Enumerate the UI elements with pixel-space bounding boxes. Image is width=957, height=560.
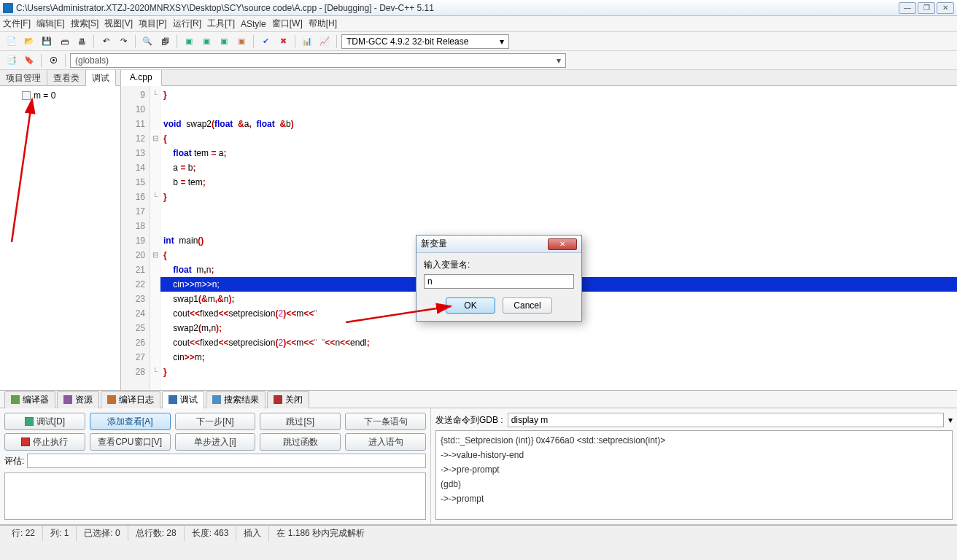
sidebar-tabs: 项目管理查看类调试: [0, 70, 120, 86]
stop-icon[interactable]: ✖: [276, 34, 290, 49]
sidebar-tab[interactable]: 项目管理: [0, 70, 47, 85]
menu-item[interactable]: 搜索[S]: [71, 18, 99, 30]
dialog-title: 新变量: [421, 238, 548, 250]
dialog-cancel-button[interactable]: Cancel: [503, 298, 552, 314]
profile-icon[interactable]: 📊: [300, 34, 314, 49]
compiler-selector[interactable]: TDM-GCC 4.9.2 32-bit Release▾: [341, 34, 509, 49]
debug-button[interactable]: 下一步[N]: [175, 413, 256, 430]
svg-line-0: [12, 99, 32, 242]
window-title: C:\Users\Administrator.XTZJ-2020MNRXSY\D…: [16, 3, 899, 13]
watch-panel: m = 0: [0, 86, 120, 390]
watch-item[interactable]: m = 0: [4, 89, 116, 102]
output-tabs: 编译器资源编译日志调试搜索结果关闭: [0, 391, 957, 408]
main-toolbar: 📄 📂 💾 🗃 🖶 ↶ ↷ 🔍 🗐 ▣ ▣ ▣ ▣ ✔ ✖ 📊 📈 TDM-GC…: [0, 32, 957, 51]
status-bar: 行: 22 列: 1 已选择: 0 总行数: 28 长度: 463 插入 在 1…: [0, 525, 957, 541]
gdb-label: 发送命令到GDB :: [435, 414, 503, 427]
status-sel: 已选择: 0: [77, 526, 128, 541]
minimize-button[interactable]: —: [899, 2, 916, 14]
menu-item[interactable]: 编辑[E]: [36, 18, 65, 30]
annotation-arrow: [3, 89, 69, 249]
sidebar-tab[interactable]: 调试: [86, 70, 116, 86]
globals-dropdown[interactable]: (globals)▾: [70, 53, 566, 68]
menu-item[interactable]: AStyle: [241, 19, 266, 29]
output-tab[interactable]: 搜索结果: [206, 391, 266, 408]
dialog-ok-button[interactable]: OK: [446, 298, 495, 314]
bookmark-icon[interactable]: 🔖: [22, 53, 36, 68]
eval-input[interactable]: [27, 454, 426, 468]
debug-icon[interactable]: ✔: [258, 34, 273, 49]
editor-tab[interactable]: A.cpp: [121, 70, 162, 86]
status-line: 行: 22: [4, 526, 43, 541]
debug-button[interactable]: 调试[D]: [4, 413, 85, 430]
output-tab[interactable]: 资源: [57, 391, 99, 408]
status-col: 列: 1: [43, 526, 77, 541]
maximize-button[interactable]: ❐: [918, 2, 935, 14]
status-total: 总行数: 28: [128, 526, 185, 541]
save-all-icon[interactable]: 🗃: [57, 34, 71, 49]
watch-item-label: m = 0: [34, 90, 55, 101]
find-icon[interactable]: 🔍: [140, 34, 155, 49]
sidebar: 项目管理查看类调试 m = 0: [0, 70, 121, 390]
save-icon[interactable]: 💾: [39, 34, 54, 49]
status-parse: 在 1.186 秒内完成解析: [269, 526, 953, 541]
run-icon[interactable]: ▣: [199, 34, 214, 49]
output-tab[interactable]: 关闭: [267, 391, 309, 408]
debug-button[interactable]: 停止执行: [4, 433, 85, 451]
debug-button[interactable]: 下一条语句: [345, 413, 426, 430]
output-tab[interactable]: 编译日志: [101, 391, 160, 408]
debug-button[interactable]: 查看CPU窗口[V]: [90, 433, 171, 451]
eval-output[interactable]: [4, 472, 426, 520]
rebuild-icon[interactable]: ▣: [234, 34, 249, 49]
breakpoint-icon[interactable]: ⦿: [46, 53, 61, 68]
debug-panel: 调试[D]添加查看[A]下一步[N]跳过[S]下一条语句 停止执行查看CPU窗口…: [0, 408, 957, 525]
chart-icon[interactable]: 📈: [317, 34, 332, 49]
dialog-input[interactable]: n: [424, 274, 574, 289]
debug-button[interactable]: 跳过函数: [260, 433, 341, 451]
open-icon[interactable]: 📂: [22, 34, 36, 49]
print-icon[interactable]: 🖶: [74, 34, 89, 49]
editor-tabs: A.cpp: [121, 70, 957, 86]
output-tab[interactable]: 编译器: [4, 391, 55, 408]
dialog-close-button[interactable]: ✕: [548, 238, 577, 250]
output-tab[interactable]: 调试: [162, 391, 204, 408]
debug-button[interactable]: 进入语句: [345, 433, 426, 451]
app-icon: [3, 3, 13, 13]
undo-icon[interactable]: ↶: [98, 34, 113, 49]
close-button[interactable]: ✕: [937, 2, 954, 14]
debug-button[interactable]: 跳过[S]: [260, 413, 341, 430]
goto-icon[interactable]: 📑: [4, 53, 19, 68]
new-file-icon[interactable]: 📄: [4, 34, 19, 49]
menu-item[interactable]: 运行[R]: [173, 18, 201, 30]
secondary-toolbar: 📑 🔖 ⦿ (globals)▾: [0, 51, 957, 70]
status-len: 长度: 463: [185, 526, 237, 541]
watch-var-icon: [22, 91, 31, 100]
menu-item[interactable]: 帮助[H]: [309, 18, 337, 30]
editor-area: A.cpp 9101112131415161718192021222324252…: [121, 70, 957, 390]
replace-icon[interactable]: 🗐: [158, 34, 172, 49]
menu-item[interactable]: 窗口[W]: [272, 18, 303, 30]
menu-item[interactable]: 文件[F]: [3, 18, 31, 30]
menu-item[interactable]: 视图[V]: [104, 18, 133, 30]
compile-run-icon[interactable]: ▣: [217, 34, 231, 49]
menu-item[interactable]: 项目[P]: [139, 18, 167, 30]
status-mode: 插入: [236, 526, 269, 541]
menu-bar: 文件[F]编辑[E]搜索[S]视图[V]项目[P]运行[R]工具[T]AStyl…: [0, 16, 957, 32]
menu-item[interactable]: 工具[T]: [207, 18, 235, 30]
sidebar-tab[interactable]: 查看类: [47, 70, 86, 85]
title-bar: C:\Users\Administrator.XTZJ-2020MNRXSY\D…: [0, 0, 957, 16]
eval-label: 评估:: [4, 455, 24, 467]
debug-button[interactable]: 单步进入[i]: [175, 433, 256, 451]
compile-icon[interactable]: ▣: [182, 34, 196, 49]
dialog-prompt: 输入变量名:: [424, 259, 574, 271]
gdb-log[interactable]: {std::_Setprecision (int)} 0x4766a0 <std…: [435, 430, 953, 520]
debug-button[interactable]: 添加查看[A]: [90, 413, 171, 430]
new-variable-dialog: 新变量 ✕ 输入变量名: n OK Cancel: [416, 235, 582, 322]
gdb-input[interactable]: display m: [508, 413, 944, 427]
gdb-dropdown-icon[interactable]: ▾: [948, 415, 953, 425]
redo-icon[interactable]: ↷: [116, 34, 131, 49]
